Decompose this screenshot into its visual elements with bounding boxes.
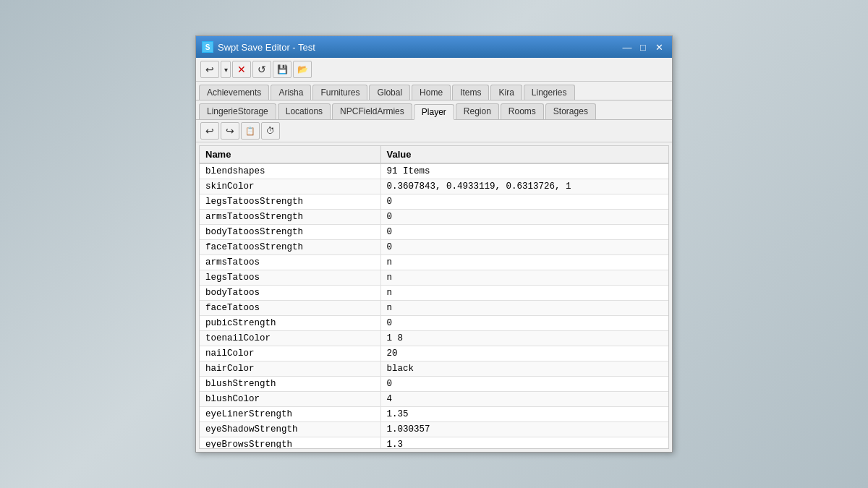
cell-value: 0 (380, 316, 668, 331)
cell-value: black (380, 361, 668, 377)
cell-name: bodyTatoos (200, 286, 380, 301)
cell-value: 0.3607843, 0.4933119, 0.6313726, 1 (380, 179, 668, 194)
cell-value: 0 (380, 240, 668, 255)
tab-lingeriestorage[interactable]: LingerieStorage (199, 103, 276, 119)
cell-value: 1 8 (380, 331, 668, 346)
data-table-container: Name Value blendshapes91 ItemsskinColor0… (199, 145, 669, 449)
header-value: Value (380, 146, 668, 163)
tab-npcfieldarmies[interactable]: NPCFieldArmies (332, 103, 412, 119)
table-row[interactable]: bodyTatoosn (200, 286, 668, 301)
tab-player[interactable]: Player (414, 104, 454, 120)
header-name: Name (200, 146, 380, 163)
cell-name: eyeShadowStrength (200, 422, 380, 437)
folder-open-button[interactable]: 📂 (293, 61, 312, 78)
maximize-button[interactable]: □ (636, 40, 650, 53)
save-button[interactable]: 💾 (273, 61, 292, 78)
cell-value: 0 (380, 225, 668, 240)
title-bar-left: S Swpt Save Editor - Test (202, 41, 315, 53)
tab-arisha[interactable]: Arisha (271, 85, 311, 100)
table-row[interactable]: armsTatoosn (200, 255, 668, 270)
cell-value: 4 (380, 392, 668, 407)
tab-items[interactable]: Items (452, 85, 489, 100)
table-row[interactable]: toenailColor1 8 (200, 331, 668, 346)
cell-name: legsTatoos (200, 270, 380, 286)
cell-name: hairColor (200, 361, 380, 377)
table-row[interactable]: blushColor4 (200, 392, 668, 407)
cell-value: 1.35 (380, 407, 668, 422)
cell-value: 0 (380, 210, 668, 225)
tab-home[interactable]: Home (412, 85, 451, 100)
tab-storages[interactable]: Storages (545, 103, 596, 119)
cell-name: faceTatoos (200, 301, 380, 316)
timer-button[interactable]: ⏱ (261, 122, 280, 140)
close-file-button[interactable]: ✕ (232, 61, 251, 78)
table-row[interactable]: eyeLinerStrength1.35 (200, 407, 668, 422)
tabs-row-1: Achievements Arisha Furnitures Global Ho… (196, 82, 672, 100)
table-row[interactable]: faceTatoosn (200, 301, 668, 316)
cell-name: armsTatoosStrength (200, 210, 380, 225)
table-header-row: Name Value (200, 146, 668, 163)
cell-value: 0 (380, 194, 668, 210)
cell-name: pubicStrength (200, 316, 380, 331)
cell-value: 1.3 (380, 437, 668, 450)
close-button[interactable]: ✕ (652, 40, 666, 53)
window-title: Swpt Save Editor - Test (218, 42, 315, 53)
main-window: S Swpt Save Editor - Test — □ ✕ ↩ ▾ ✕ ↺ … (195, 35, 673, 453)
cell-value: 20 (380, 346, 668, 361)
tab-kira[interactable]: Kira (490, 85, 522, 100)
cell-value: n (380, 301, 668, 316)
cell-name: legsTatoosStrength (200, 194, 380, 210)
main-toolbar: ↩ ▾ ✕ ↺ 💾 📂 (196, 58, 672, 82)
tabs-row-2: LingerieStorage Locations NPCFieldArmies… (196, 100, 672, 120)
reload-button[interactable]: ↺ (252, 61, 271, 78)
open-dropdown-button[interactable]: ▾ (221, 61, 231, 78)
title-bar: S Swpt Save Editor - Test — □ ✕ (196, 36, 672, 58)
cell-value: 91 Items (380, 163, 668, 179)
tab-region[interactable]: Region (456, 103, 499, 119)
cell-name: blushStrength (200, 377, 380, 392)
table-row[interactable]: legsTatoosStrength0 (200, 194, 668, 210)
table-row[interactable]: nailColor20 (200, 346, 668, 361)
data-table: Name Value blendshapes91 ItemsskinColor0… (200, 146, 668, 449)
table-row[interactable]: bodyTatoosStrength0 (200, 225, 668, 240)
minimize-button[interactable]: — (620, 40, 634, 53)
table-row[interactable]: legsTatoosn (200, 270, 668, 286)
table-row[interactable]: pubicStrength0 (200, 316, 668, 331)
tab-locations[interactable]: Locations (278, 103, 331, 119)
cell-name: blendshapes (200, 163, 380, 179)
table-row[interactable]: eyeBrowsStrength1.3 (200, 437, 668, 450)
cell-name: bodyTatoosStrength (200, 225, 380, 240)
cell-name: eyeLinerStrength (200, 407, 380, 422)
table-row[interactable]: eyeShadowStrength1.030357 (200, 422, 668, 437)
sub-toolbar: ↩ ↪ 📋 ⏱ (196, 120, 672, 142)
cell-name: blushColor (200, 392, 380, 407)
tab-global[interactable]: Global (369, 85, 410, 100)
cell-value: 0 (380, 377, 668, 392)
table-row[interactable]: skinColor0.3607843, 0.4933119, 0.6313726… (200, 179, 668, 194)
table-row[interactable]: hairColorblack (200, 361, 668, 377)
tab-lingeries[interactable]: Lingeries (524, 85, 575, 100)
tab-rooms[interactable]: Rooms (501, 103, 544, 119)
table-row[interactable]: faceTatoosStrength0 (200, 240, 668, 255)
table-row[interactable]: blendshapes91 Items (200, 163, 668, 179)
undo-button[interactable]: ↩ (200, 122, 219, 140)
cell-name: eyeBrowsStrength (200, 437, 380, 450)
tab-achievements[interactable]: Achievements (199, 85, 269, 100)
table-body: blendshapes91 ItemsskinColor0.3607843, 0… (200, 163, 668, 449)
table-row[interactable]: blushStrength0 (200, 377, 668, 392)
cell-value: n (380, 270, 668, 286)
tab-furnitures[interactable]: Furnitures (312, 85, 367, 100)
open-button[interactable]: ↩ (200, 61, 219, 78)
cell-name: nailColor (200, 346, 380, 361)
table-row[interactable]: armsTatoosStrength0 (200, 210, 668, 225)
cell-value: n (380, 286, 668, 301)
app-icon: S (202, 41, 213, 53)
cell-value: n (380, 255, 668, 270)
cell-value: 1.030357 (380, 422, 668, 437)
cell-name: faceTatoosStrength (200, 240, 380, 255)
cell-name: armsTatoos (200, 255, 380, 270)
redo-button[interactable]: ↪ (221, 122, 239, 140)
cell-name: skinColor (200, 179, 380, 194)
copy-button[interactable]: 📋 (241, 122, 260, 140)
title-controls: — □ ✕ (620, 40, 666, 53)
